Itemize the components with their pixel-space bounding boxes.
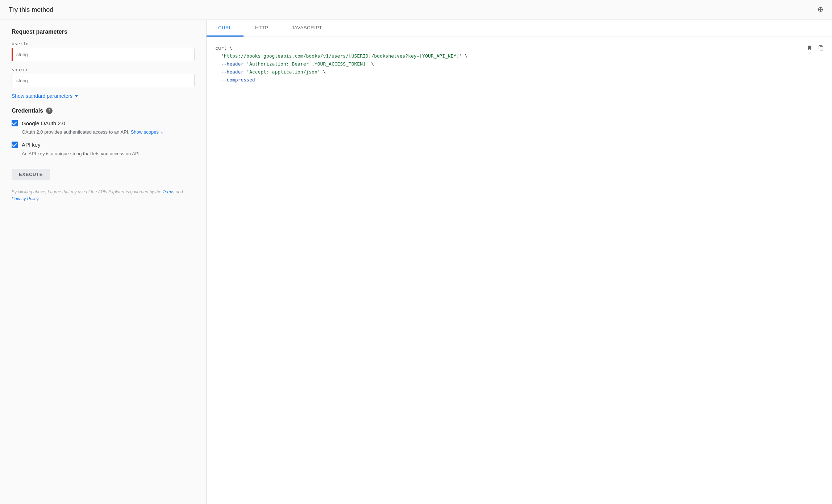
terms-link[interactable]: Terms	[162, 189, 174, 194]
source-label: source	[12, 67, 195, 72]
header: Try this method ✠	[0, 0, 832, 20]
source-input[interactable]	[12, 74, 195, 87]
chevron-down-icon	[75, 95, 78, 97]
request-params-title: Request parameters	[12, 29, 195, 35]
apikey-name: API key	[22, 142, 41, 148]
expand-icon[interactable]: ✠	[818, 6, 823, 14]
right-panel: cURL HTTP JAVASCRIPT	[207, 20, 832, 504]
code-toolbar	[804, 43, 826, 53]
help-icon[interactable]: ?	[46, 108, 53, 114]
apikey-checkbox[interactable]	[12, 142, 18, 148]
code-area: curl \ 'https://books.googleapis.com/boo…	[207, 37, 832, 504]
oauth-checkbox[interactable]	[12, 120, 18, 126]
oauth-desc: OAuth 2.0 provides authenticated access …	[22, 129, 195, 136]
credential-item-oauth: Google OAuth 2.0 OAuth 2.0 provides auth…	[12, 120, 195, 136]
tab-javascript[interactable]: JAVASCRIPT	[280, 20, 334, 37]
oauth-label-row: Google OAuth 2.0	[12, 120, 195, 126]
credentials-section: Credentials ? Google OAuth 2.0 OAuth 2.0…	[12, 108, 195, 157]
show-standard-params-label: Show standard parameters	[12, 93, 72, 99]
tab-http[interactable]: HTTP	[244, 20, 280, 37]
credentials-title: Credentials	[12, 108, 43, 114]
oauth-name: Google OAuth 2.0	[22, 120, 65, 126]
execute-button[interactable]: EXECUTE	[12, 169, 50, 180]
app-container: Try this method ✠ Request parameters use…	[0, 0, 832, 504]
bookmark-icon[interactable]	[804, 43, 815, 53]
code-block: curl \ 'https://books.googleapis.com/boo…	[215, 44, 823, 84]
credentials-header: Credentials ?	[12, 108, 195, 114]
main-layout: Request parameters userId source Show st…	[0, 20, 832, 504]
userid-input[interactable]	[12, 48, 195, 61]
tab-curl[interactable]: cURL	[207, 20, 244, 37]
show-scopes-link[interactable]: Show scopes ⌄	[131, 129, 164, 135]
copy-icon[interactable]	[816, 43, 826, 53]
credential-item-apikey: API key An API key is a unique string th…	[12, 142, 195, 158]
userid-input-wrapper	[12, 48, 195, 61]
privacy-policy-link[interactable]: Privacy Policy	[12, 196, 38, 201]
disclaimer: By clicking above, I agree that my use o…	[12, 189, 195, 202]
tabs: cURL HTTP JAVASCRIPT	[207, 20, 832, 37]
page-title: Try this method	[9, 6, 53, 14]
apikey-desc: An API key is a unique string that lets …	[22, 150, 195, 158]
source-input-wrapper	[12, 74, 195, 87]
apikey-label-row: API key	[12, 142, 195, 148]
show-standard-params-toggle[interactable]: Show standard parameters	[12, 93, 195, 99]
left-panel: Request parameters userId source Show st…	[0, 20, 207, 504]
userid-label: userId	[12, 41, 195, 46]
